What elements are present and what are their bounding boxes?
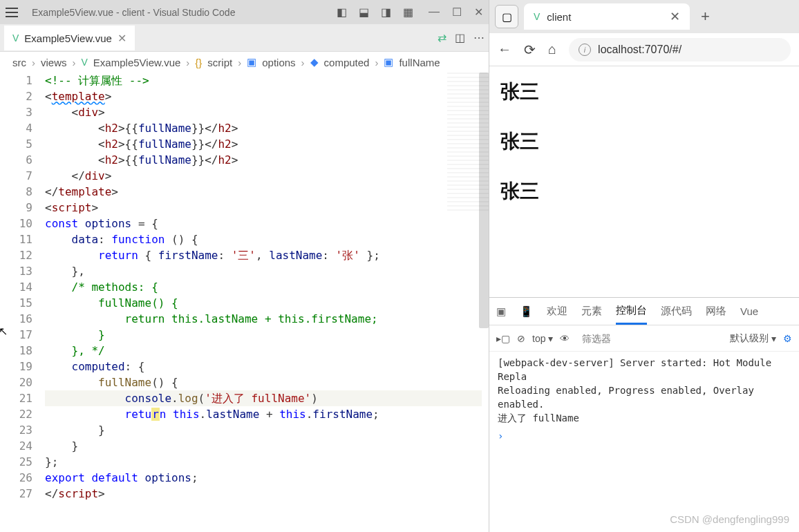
page-heading: 张三 xyxy=(500,79,788,105)
vscode-window: Example5View.vue - client - Visual Studi… xyxy=(0,0,489,532)
devtools-panel: ▣ 📱 欢迎 元素 控制台 源代码 网络 Vue ▸▢ ⊘ top ▾ 👁 默认… xyxy=(489,297,799,532)
console-filter-input[interactable] xyxy=(576,330,723,347)
devtools-tabs: ▣ 📱 欢迎 元素 控制台 源代码 网络 Vue xyxy=(489,298,799,325)
close-window-icon[interactable]: ✕ xyxy=(474,6,483,19)
watermark: CSDN @dengfengling999 xyxy=(670,513,789,525)
code-content[interactable]: <!-- 计算属性 --><template> <div> <h2>{{full… xyxy=(45,73,489,532)
devtools-tab-network[interactable]: 网络 xyxy=(706,299,726,323)
console-output[interactable]: [webpack-dev-server] Server started: Hot… xyxy=(489,352,799,532)
devtools-tab-welcome[interactable]: 欢迎 xyxy=(547,299,567,323)
tab-filename: Example5View.vue xyxy=(24,32,111,44)
url-text: localhost:7070/#/ xyxy=(598,44,682,56)
console-sidebar-icon[interactable]: ▸▢ xyxy=(496,333,510,344)
devtools-tab-vue[interactable]: Vue xyxy=(740,300,758,323)
live-expression-icon[interactable]: 👁 xyxy=(560,333,570,344)
site-info-icon[interactable]: i xyxy=(579,44,591,56)
compare-icon[interactable]: ⇄ xyxy=(438,31,446,44)
editor-tab-bar: V Example5View.vue ✕ ⇄ ◫ ⋯ xyxy=(0,24,489,52)
vue-file-icon: V xyxy=(82,57,88,68)
variable-icon: ▣ xyxy=(247,56,256,68)
method-icon: ▣ xyxy=(384,56,393,68)
context-selector[interactable]: top ▾ xyxy=(532,333,553,344)
reload-button[interactable]: ⟳ xyxy=(524,41,536,58)
clear-console-icon[interactable]: ⊘ xyxy=(517,333,525,344)
devtools-tab-console[interactable]: 控制台 xyxy=(616,298,647,325)
more-actions-icon[interactable]: ⋯ xyxy=(473,31,485,44)
tab-actions-button[interactable]: ▢ xyxy=(495,5,518,28)
browser-tab-strip: ▢ V client ✕ + xyxy=(489,0,799,33)
layout-right-icon[interactable]: ◨ xyxy=(379,6,393,19)
layout-left-icon[interactable]: ◧ xyxy=(335,6,348,19)
page-heading: 张三 xyxy=(500,129,788,155)
scrollbar-thumb[interactable] xyxy=(479,73,489,328)
maximize-icon[interactable]: ☐ xyxy=(452,6,462,19)
page-content: 张三 张三 张三 xyxy=(489,66,799,297)
vue-favicon-icon: V xyxy=(534,11,540,22)
close-tab-icon[interactable]: ✕ xyxy=(670,9,680,24)
split-editor-icon[interactable]: ◫ xyxy=(455,31,465,44)
layout-grid-icon[interactable]: ▦ xyxy=(401,6,415,19)
devtools-tab-sources[interactable]: 源代码 xyxy=(661,299,692,323)
settings-icon[interactable]: ⚙ xyxy=(783,333,792,344)
window-title: Example5View.vue - client - Visual Studi… xyxy=(32,7,335,18)
browser-tab-title: client xyxy=(547,11,571,23)
layout-bottom-icon[interactable]: ⬓ xyxy=(357,6,370,19)
browser-tab[interactable]: V client ✕ xyxy=(524,3,690,30)
home-button[interactable]: ⌂ xyxy=(548,41,556,57)
minimize-icon[interactable]: — xyxy=(429,6,440,19)
console-toolbar: ▸▢ ⊘ top ▾ 👁 默认级别 ▾ ⚙ xyxy=(489,325,799,352)
console-prompt[interactable]: › xyxy=(498,429,791,443)
browser-window: ↖ ▢ V client ✕ + ← ⟳ ⌂ i localhost:7070/… xyxy=(489,0,799,532)
console-message: [webpack-dev-server] Server started: Hot… xyxy=(498,356,791,383)
property-icon: ◆ xyxy=(310,56,319,68)
url-bar: ← ⟳ ⌂ i localhost:7070/#/ xyxy=(489,33,799,66)
address-bar[interactable]: i localhost:7070/#/ xyxy=(569,38,791,61)
chevron-down-icon: ▾ xyxy=(548,333,553,344)
log-level-selector[interactable]: 默认级别 ▾ xyxy=(730,332,776,345)
code-editor[interactable]: 1234567891011121314151617181920212223242… xyxy=(0,73,489,532)
devtools-tab-elements[interactable]: 元素 xyxy=(581,299,602,323)
title-bar: Example5View.vue - client - Visual Studi… xyxy=(0,0,489,24)
inspect-icon[interactable]: ▣ xyxy=(496,305,506,318)
console-message: Reloading enabled, Progress enabled, Ove… xyxy=(498,383,791,411)
editor-tab[interactable]: V Example5View.vue ✕ xyxy=(4,26,135,50)
page-heading: 张三 xyxy=(500,178,788,205)
vue-file-icon: V xyxy=(12,32,19,44)
close-tab-icon[interactable]: ✕ xyxy=(118,32,126,45)
device-toggle-icon[interactable]: 📱 xyxy=(520,305,533,318)
new-tab-button[interactable]: + xyxy=(695,8,715,26)
chevron-down-icon: ▾ xyxy=(771,333,776,344)
back-button[interactable]: ← xyxy=(498,41,511,57)
console-message: 进入了 fullName xyxy=(498,411,791,425)
braces-icon: {} xyxy=(195,57,202,68)
menu-icon[interactable] xyxy=(6,8,18,17)
line-numbers: 1234567891011121314151617181920212223242… xyxy=(0,73,45,532)
breadcrumb[interactable]: src› views› V Example5View.vue› {} scrip… xyxy=(0,52,489,73)
